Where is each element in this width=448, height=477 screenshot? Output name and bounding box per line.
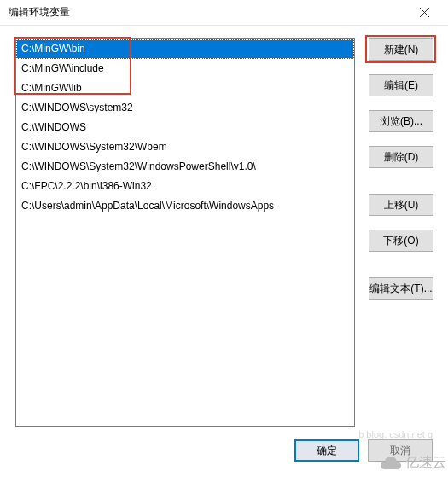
window-title: 编辑环境变量 (9, 5, 70, 20)
list-item[interactable]: C:\Users\admin\AppData\Local\Microsoft\W… (16, 196, 354, 216)
moveup-button[interactable]: 上移(U) (369, 194, 433, 216)
list-item[interactable]: C:\MinGW\lib (16, 79, 354, 98)
new-button[interactable]: 新建(N) (369, 38, 433, 61)
ok-button[interactable]: 确定 (294, 439, 359, 462)
movedown-button[interactable]: 下移(O) (369, 230, 433, 252)
list-item[interactable]: C:\WINDOWS\system32 (16, 98, 354, 118)
list-item[interactable]: C:\WINDOWS (16, 118, 354, 137)
list-item[interactable]: C:\WINDOWS\System32\Wbem (16, 137, 354, 157)
browse-button[interactable]: 浏览(B)... (369, 110, 433, 132)
edit-button[interactable]: 编辑(E) (369, 74, 433, 96)
list-item[interactable]: C:\MinGW\include (16, 59, 354, 79)
edittext-button[interactable]: 编辑文本(T)... (369, 277, 433, 300)
list-item[interactable]: C:\FPC\2.2.2\bin\i386-Win32 (16, 177, 354, 196)
list-item[interactable]: C:\WINDOWS\System32\WindowsPowerShell\v1… (16, 157, 354, 177)
title-bar: 编辑环境变量 (0, 0, 448, 26)
path-listbox[interactable]: C:\MinGW\bin C:\MinGW\include C:\MinGW\l… (15, 38, 355, 427)
list-item[interactable]: C:\MinGW\bin (16, 39, 354, 59)
cancel-button[interactable]: 取消 (368, 439, 433, 462)
delete-button[interactable]: 删除(D) (369, 146, 433, 168)
close-icon (420, 8, 429, 17)
close-button[interactable] (407, 1, 441, 25)
